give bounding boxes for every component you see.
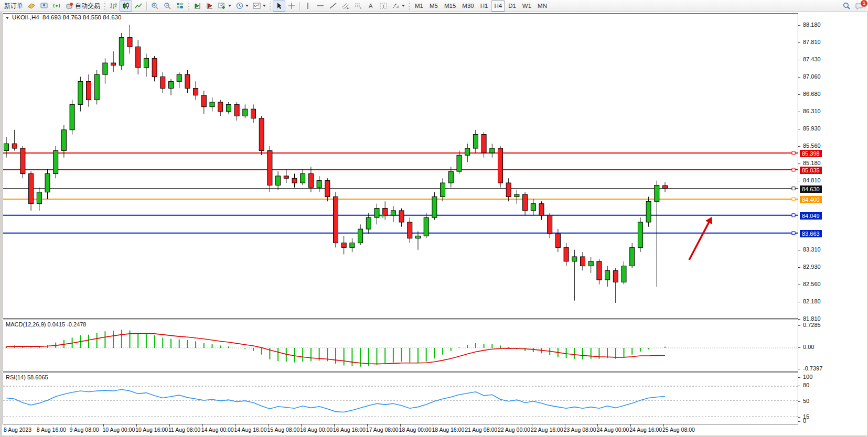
timeframe-m1-label: M1 xyxy=(415,3,423,9)
timeframe-m15[interactable]: M15 xyxy=(441,1,459,12)
fibo-icon: F xyxy=(354,2,362,9)
macd-indicator-pane[interactable]: MACD(12,26,9) 0.0415 -0.2478 xyxy=(3,320,798,372)
notifications-button[interactable]: 1 xyxy=(853,1,866,12)
timeframe-w1-label: W1 xyxy=(522,3,531,9)
autoscroll-icon xyxy=(193,2,201,9)
timeframe-w1[interactable]: W1 xyxy=(519,1,534,12)
dropdown-caret-icon[interactable] xyxy=(402,5,405,7)
tick-mark xyxy=(798,417,800,418)
chart-symbol-timeframe: UKOil-,H4 xyxy=(12,14,39,20)
candles-icon xyxy=(122,2,130,9)
new-chart-button[interactable] xyxy=(216,1,233,12)
algo-trading-button-label: 自动交易 xyxy=(75,2,100,10)
periods-button[interactable] xyxy=(233,1,251,12)
date-tick-mark xyxy=(136,424,137,427)
search-button[interactable] xyxy=(840,1,853,12)
date-tick-mark xyxy=(268,424,269,427)
auto-scroll-button[interactable] xyxy=(191,1,203,12)
price-level-badge: 85.398 xyxy=(800,150,822,157)
price-tick-label: 84.810 xyxy=(803,177,821,184)
main-toolbar: 新订单自动交易EFATM1M5M15M30H1H4D1W1MN1 xyxy=(0,0,868,12)
timeframe-mn-label: MN xyxy=(538,3,547,9)
timeframe-h4[interactable]: H4 xyxy=(491,1,505,12)
rsi-indicator-pane[interactable]: RSI(14) 58.6065 xyxy=(3,373,798,424)
svg-text:E: E xyxy=(347,6,349,9)
svg-text:A: A xyxy=(369,3,373,9)
date-label: 18 Aug 16:00 xyxy=(432,427,464,433)
newchart-icon xyxy=(218,2,227,9)
price-tick-label: 82.930 xyxy=(803,264,821,270)
toolbar-separator xyxy=(146,2,147,10)
date-label: 11 Aug 08:00 xyxy=(168,427,200,433)
cursor-icon xyxy=(275,2,283,9)
shift-icon xyxy=(206,2,214,9)
date-label: 15 Aug 08:00 xyxy=(267,427,299,433)
chart-window: ▼UKOil-,H4 84.693 84.763 84.550 84.630 M… xyxy=(0,12,868,437)
candlestick-layer xyxy=(3,14,798,318)
date-label: 8 Aug 2023 xyxy=(4,427,31,433)
cursor-button[interactable] xyxy=(273,1,285,12)
dropdown-caret-icon[interactable] xyxy=(263,5,266,7)
timeframe-m5[interactable]: M5 xyxy=(426,1,441,12)
zoomout-icon xyxy=(163,2,172,9)
crosshair-button[interactable] xyxy=(285,1,298,12)
rsi-scale-label: 100 xyxy=(803,374,812,380)
tick-mark xyxy=(798,181,800,181)
tick-mark xyxy=(798,386,800,386)
candle-chart-button[interactable] xyxy=(120,1,132,12)
timeframe-d1[interactable]: D1 xyxy=(505,1,519,12)
vertical-line-button[interactable] xyxy=(302,1,314,12)
price-tick-label: 82.180 xyxy=(803,298,821,305)
price-tick-label: 87.810 xyxy=(803,39,821,46)
textA-icon: A xyxy=(367,2,375,9)
tiles-icon xyxy=(176,2,184,9)
tick-mark xyxy=(798,302,800,302)
fibonacci-button[interactable]: F xyxy=(352,1,365,12)
bar-chart-button[interactable] xyxy=(107,1,120,12)
rsi-scale-label: 0 xyxy=(803,418,806,424)
tick-mark xyxy=(798,25,800,26)
date-tick-mark xyxy=(5,424,5,427)
new-order-button-label: 新订单 xyxy=(4,2,23,10)
signals-button[interactable] xyxy=(50,1,63,12)
price-tick-label: 88.180 xyxy=(803,21,821,28)
hosting-button[interactable] xyxy=(38,1,50,12)
zoomin-icon xyxy=(151,2,159,9)
collapse-trade-panel-icon[interactable]: ▼ xyxy=(5,16,9,20)
algo-trading-button[interactable]: 自动交易 xyxy=(63,1,102,12)
label-button[interactable]: T xyxy=(377,1,390,12)
indicators-button[interactable] xyxy=(251,1,268,12)
date-tick-mark xyxy=(169,424,170,427)
dropdown-caret-icon[interactable] xyxy=(228,5,231,7)
date-label: 24 Aug 00:00 xyxy=(596,427,629,433)
objects-button[interactable] xyxy=(390,1,407,12)
timeframe-mn[interactable]: MN xyxy=(534,1,550,12)
horizontal-line-button[interactable] xyxy=(314,1,327,12)
chart-shift-button[interactable] xyxy=(203,1,216,12)
time-axis[interactable]: 8 Aug 20238 Aug 16:009 Aug 08:0010 Aug 0… xyxy=(3,425,867,435)
ticket-icon xyxy=(27,2,36,9)
tile-windows-button[interactable] xyxy=(174,1,186,12)
tick-mark xyxy=(798,129,800,129)
zoom-out-button[interactable] xyxy=(161,1,174,12)
signal-icon xyxy=(52,2,61,9)
price-chart-pane[interactable] xyxy=(3,13,798,319)
price-axis[interactable]: 88.18087.81087.43087.06086.68086.31085.9… xyxy=(798,13,867,424)
date-label: 16 Aug 00:00 xyxy=(300,427,333,433)
timeframe-h1[interactable]: H1 xyxy=(477,1,491,12)
new-order-button[interactable]: 新订单 xyxy=(2,1,25,12)
price-tick-label: 85.930 xyxy=(803,125,821,132)
ticket-button[interactable] xyxy=(25,1,38,12)
dropdown-caret-icon[interactable] xyxy=(245,5,249,7)
equidistant-channel-button[interactable]: E xyxy=(339,1,352,12)
line-chart-button[interactable] xyxy=(132,1,145,12)
timeframe-m30[interactable]: M30 xyxy=(459,1,477,12)
timeframe-m1[interactable]: M1 xyxy=(412,1,426,12)
svg-text:T: T xyxy=(382,4,385,9)
text-button[interactable]: A xyxy=(365,1,377,12)
macd-scale-label: 0.7285 xyxy=(803,322,821,329)
toolbar-grip xyxy=(104,2,105,10)
trendline-button[interactable] xyxy=(327,1,339,12)
price-tick-label: 87.060 xyxy=(803,73,821,80)
zoom-in-button[interactable] xyxy=(148,1,161,12)
